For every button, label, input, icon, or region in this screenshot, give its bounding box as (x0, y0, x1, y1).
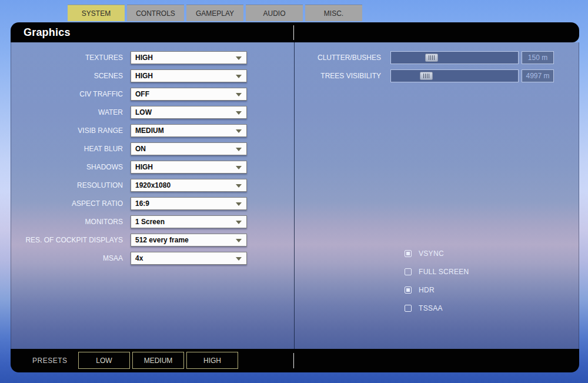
textures-dropdown[interactable]: HIGH (131, 51, 247, 64)
checkbox-label: TSSAA (419, 304, 443, 312)
dropdown-value: 1 Screen (131, 216, 246, 228)
chevron-down-icon (236, 148, 242, 151)
civ-traffic-dropdown[interactable]: OFF (131, 88, 247, 101)
setting-row-cockpit-displays: RES. OF COCKPIT DISPLAYS 512 every frame (11, 233, 247, 247)
setting-label: WATER (11, 108, 123, 116)
setting-label: SHADOWS (11, 163, 123, 171)
dropdown-value: 16:9 (131, 198, 246, 209)
tab-controls[interactable]: CONTROLS (127, 5, 184, 21)
setting-row-resolution: RESOLUTION 1920x1080 (11, 178, 247, 192)
checkbox-row-hdr[interactable]: HDR (405, 287, 469, 294)
vsync-checkbox[interactable] (405, 250, 412, 257)
dropdown-column: TEXTURES HIGH SCENES HIGH CIV TRAFFIC OF… (11, 51, 247, 269)
dropdown-value: HIGH (131, 161, 246, 173)
setting-row-shadows: SHADOWS HIGH (11, 160, 247, 174)
checkbox-label: HDR (419, 286, 435, 294)
grip-icon (423, 74, 430, 78)
chevron-down-icon (236, 239, 242, 242)
setting-label: HEAT BLUR (11, 145, 123, 153)
aspect-ratio-dropdown[interactable]: 16:9 (131, 197, 247, 210)
chevron-down-icon (236, 202, 242, 206)
setting-label: TREES VISIBILITY (294, 72, 381, 80)
setting-label: CLUTTER/BUSHES (294, 54, 381, 62)
setting-row-water: WATER LOW (11, 105, 247, 119)
chevron-down-icon (236, 166, 242, 169)
setting-row-visib-range: VISIB RANGE MEDIUM (11, 124, 247, 137)
setting-label: RESOLUTION (11, 181, 123, 189)
cockpit-displays-dropdown[interactable]: 512 every frame (131, 234, 247, 247)
setting-row-monitors: MONITORS 1 Screen (11, 215, 247, 228)
checkbox-row-full-screen[interactable]: FULL SCREEN (405, 268, 469, 275)
presets-bar: PRESETS LOW MEDIUM HIGH (11, 349, 579, 372)
preset-medium-button[interactable]: MEDIUM (132, 352, 184, 369)
dropdown-value: 1920x1080 (131, 179, 246, 191)
trees-visibility-slider[interactable] (390, 69, 519, 82)
chevron-down-icon (236, 93, 242, 96)
dropdown-value: 512 every frame (131, 234, 246, 246)
setting-row-clutter: CLUTTER/BUSHES 150 m (294, 51, 554, 64)
water-dropdown[interactable]: LOW (131, 106, 247, 119)
preset-low-button[interactable]: LOW (78, 352, 130, 369)
dropdown-value: HIGH (131, 52, 246, 64)
setting-row-aspect-ratio: ASPECT RATIO 16:9 (11, 197, 247, 210)
setting-label: MONITORS (11, 218, 123, 226)
checkbox-label: VSYNC (419, 249, 444, 258)
tssaa-checkbox[interactable] (405, 305, 412, 312)
chevron-down-icon (236, 129, 242, 133)
setting-label: ASPECT RATIO (11, 199, 123, 208)
setting-row-civ-traffic: CIV TRAFFIC OFF (11, 87, 247, 101)
presets-label: PRESETS (32, 349, 68, 372)
slider-value: 4997 m (522, 69, 554, 82)
tab-audio[interactable]: AUDIO (246, 5, 303, 21)
setting-label: VISIB RANGE (11, 126, 123, 135)
preset-buttons: LOW MEDIUM HIGH (78, 352, 238, 369)
monitors-dropdown[interactable]: 1 Screen (131, 215, 247, 228)
checkbox-row-vsync[interactable]: VSYNC (405, 250, 469, 257)
slider-handle[interactable] (425, 54, 438, 62)
slider-column: CLUTTER/BUSHES 150 m TREES VISIBILITY 49… (294, 51, 554, 87)
chevron-down-icon (236, 56, 242, 60)
chevron-down-icon (236, 257, 242, 261)
visib-range-dropdown[interactable]: MEDIUM (131, 124, 247, 137)
graphics-settings-panel: TEXTURES HIGH SCENES HIGH CIV TRAFFIC OF… (11, 42, 579, 349)
setting-row-scenes: SCENES HIGH (11, 69, 247, 82)
setting-label: CIV TRAFFIC (11, 90, 123, 98)
tab-misc[interactable]: MISC. (305, 5, 362, 21)
slider-value: 150 m (522, 51, 554, 64)
clutter-bushes-slider[interactable] (390, 51, 519, 64)
dropdown-value: MEDIUM (131, 125, 246, 136)
dropdown-value: OFF (131, 88, 246, 100)
preset-high-button[interactable]: HIGH (186, 352, 238, 369)
chevron-down-icon (236, 221, 242, 224)
setting-label: RES. OF COCKPIT DISPLAYS (11, 236, 123, 244)
column-divider (294, 42, 295, 349)
setting-row-heat-blur: HEAT BLUR ON (11, 142, 247, 155)
checkbox-group: VSYNC FULL SCREEN HDR TSSAA (405, 250, 469, 323)
chevron-down-icon (236, 184, 242, 188)
heat-blur-dropdown[interactable]: ON (131, 142, 247, 155)
setting-row-textures: TEXTURES HIGH (11, 51, 247, 64)
dropdown-value: HIGH (131, 70, 246, 82)
msaa-dropdown[interactable]: 4x (131, 252, 247, 265)
shadows-dropdown[interactable]: HIGH (131, 161, 247, 174)
resolution-dropdown[interactable]: 1920x1080 (131, 179, 247, 192)
checkbox-row-tssaa[interactable]: TSSAA (405, 305, 469, 312)
setting-row-trees: TREES VISIBILITY 4997 m (294, 69, 554, 82)
top-tab-bar: SYSTEM CONTROLS GAMEPLAY AUDIO MISC. (68, 5, 362, 21)
chevron-down-icon (236, 111, 242, 115)
chevron-down-icon (236, 75, 242, 78)
checkbox-label: FULL SCREEN (419, 268, 469, 276)
header-separator (293, 25, 294, 40)
setting-label: TEXTURES (11, 54, 123, 62)
setting-row-msaa: MSAA 4x (11, 251, 247, 265)
scenes-dropdown[interactable]: HIGH (131, 69, 247, 82)
grip-icon (429, 55, 435, 60)
slider-handle[interactable] (420, 72, 433, 80)
dropdown-value: ON (131, 143, 246, 155)
tab-gameplay[interactable]: GAMEPLAY (186, 5, 243, 21)
tab-system[interactable]: SYSTEM (68, 5, 125, 21)
setting-label: SCENES (11, 72, 123, 80)
full-screen-checkbox[interactable] (405, 268, 412, 275)
page-title: Graphics (11, 22, 579, 42)
hdr-checkbox[interactable] (405, 287, 412, 294)
